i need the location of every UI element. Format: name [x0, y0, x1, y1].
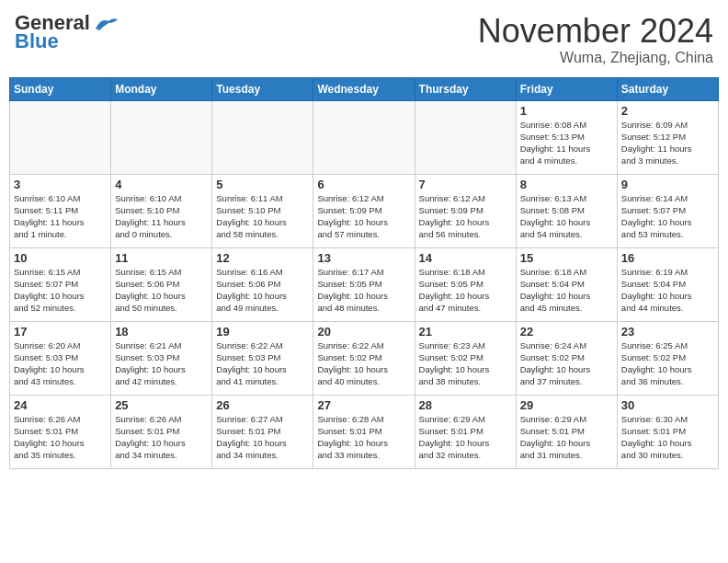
weekday-header-monday: Monday: [111, 77, 212, 100]
day-number: 25: [115, 398, 208, 412]
calendar-week-1: 1Sunrise: 6:08 AM Sunset: 5:13 PM Daylig…: [10, 100, 719, 174]
calendar-cell: 20Sunrise: 6:22 AM Sunset: 5:02 PM Dayli…: [313, 321, 415, 395]
day-number: 28: [419, 398, 512, 412]
day-info: Sunrise: 6:26 AM Sunset: 5:01 PM Dayligh…: [14, 413, 107, 462]
location: Wuma, Zhejiang, China: [478, 50, 713, 66]
calendar-header-row: SundayMondayTuesdayWednesdayThursdayFrid…: [10, 77, 719, 100]
day-number: 4: [115, 178, 208, 191]
day-number: 19: [216, 325, 309, 339]
day-info: Sunrise: 6:30 AM Sunset: 5:01 PM Dayligh…: [621, 413, 714, 462]
day-info: Sunrise: 6:28 AM Sunset: 5:01 PM Dayligh…: [317, 413, 410, 462]
calendar-cell: 15Sunrise: 6:18 AM Sunset: 5:04 PM Dayli…: [516, 247, 617, 321]
weekday-header-wednesday: Wednesday: [313, 77, 415, 100]
day-number: 7: [419, 178, 512, 191]
day-info: Sunrise: 6:10 AM Sunset: 5:11 PM Dayligh…: [14, 192, 107, 241]
day-info: Sunrise: 6:25 AM Sunset: 5:02 PM Dayligh…: [621, 339, 714, 388]
calendar-cell: [212, 100, 313, 174]
day-number: 23: [621, 325, 714, 339]
calendar-cell: [10, 100, 111, 174]
day-info: Sunrise: 6:11 AM Sunset: 5:10 PM Dayligh…: [216, 192, 309, 241]
day-info: Sunrise: 6:12 AM Sunset: 5:09 PM Dayligh…: [419, 192, 512, 241]
day-info: Sunrise: 6:10 AM Sunset: 5:10 PM Dayligh…: [115, 192, 208, 241]
calendar-cell: 8Sunrise: 6:13 AM Sunset: 5:08 PM Daylig…: [516, 174, 617, 247]
calendar-table: SundayMondayTuesdayWednesdayThursdayFrid…: [9, 77, 719, 469]
day-number: 2: [621, 104, 714, 118]
calendar-cell: 30Sunrise: 6:30 AM Sunset: 5:01 PM Dayli…: [617, 395, 718, 468]
day-number: 14: [419, 251, 512, 265]
weekday-header-saturday: Saturday: [617, 77, 718, 100]
calendar-cell: 25Sunrise: 6:26 AM Sunset: 5:01 PM Dayli…: [111, 395, 212, 468]
calendar-cell: 22Sunrise: 6:24 AM Sunset: 5:02 PM Dayli…: [516, 321, 617, 395]
day-number: 13: [317, 251, 410, 265]
calendar-cell: 24Sunrise: 6:26 AM Sunset: 5:01 PM Dayli…: [10, 395, 111, 468]
calendar-cell: 18Sunrise: 6:21 AM Sunset: 5:03 PM Dayli…: [111, 321, 212, 395]
day-number: 6: [317, 178, 410, 191]
day-info: Sunrise: 6:13 AM Sunset: 5:08 PM Dayligh…: [520, 192, 613, 241]
day-info: Sunrise: 6:20 AM Sunset: 5:03 PM Dayligh…: [14, 339, 107, 388]
logo-bird-icon: [94, 16, 119, 32]
day-info: Sunrise: 6:14 AM Sunset: 5:07 PM Dayligh…: [621, 192, 714, 241]
day-number: 20: [317, 325, 410, 339]
day-number: 1: [520, 104, 613, 118]
title-area: November 2024 Wuma, Zhejiang, China: [478, 13, 713, 66]
day-number: 10: [14, 251, 107, 265]
day-number: 27: [317, 398, 410, 412]
weekday-header-friday: Friday: [516, 77, 617, 100]
day-number: 21: [419, 325, 512, 339]
calendar-cell: 7Sunrise: 6:12 AM Sunset: 5:09 PM Daylig…: [415, 174, 516, 247]
month-title: November 2024: [478, 13, 713, 50]
calendar-cell: 26Sunrise: 6:27 AM Sunset: 5:01 PM Dayli…: [212, 395, 313, 468]
day-number: 16: [621, 251, 714, 265]
day-number: 11: [115, 251, 208, 265]
page-header: General Blue November 2024 Wuma, Zhejian…: [9, 9, 719, 70]
day-number: 29: [520, 398, 613, 412]
calendar-cell: 21Sunrise: 6:23 AM Sunset: 5:02 PM Dayli…: [415, 321, 516, 395]
day-info: Sunrise: 6:18 AM Sunset: 5:04 PM Dayligh…: [520, 266, 613, 315]
day-number: 26: [216, 398, 309, 412]
day-info: Sunrise: 6:29 AM Sunset: 5:01 PM Dayligh…: [520, 413, 613, 462]
day-info: Sunrise: 6:22 AM Sunset: 5:02 PM Dayligh…: [317, 339, 410, 388]
day-info: Sunrise: 6:27 AM Sunset: 5:01 PM Dayligh…: [216, 413, 309, 462]
day-info: Sunrise: 6:12 AM Sunset: 5:09 PM Dayligh…: [317, 192, 410, 241]
calendar-cell: [111, 100, 212, 174]
calendar-cell: [313, 100, 415, 174]
day-number: 9: [621, 178, 714, 191]
calendar-week-4: 17Sunrise: 6:20 AM Sunset: 5:03 PM Dayli…: [10, 321, 719, 395]
day-number: 12: [216, 251, 309, 265]
day-info: Sunrise: 6:22 AM Sunset: 5:03 PM Dayligh…: [216, 339, 309, 388]
weekday-header-thursday: Thursday: [415, 77, 516, 100]
calendar-week-2: 3Sunrise: 6:10 AM Sunset: 5:11 PM Daylig…: [10, 174, 719, 247]
calendar-cell: 3Sunrise: 6:10 AM Sunset: 5:11 PM Daylig…: [10, 174, 111, 247]
calendar-week-5: 24Sunrise: 6:26 AM Sunset: 5:01 PM Dayli…: [10, 395, 719, 468]
logo: General Blue: [15, 13, 119, 53]
calendar-cell: 14Sunrise: 6:18 AM Sunset: 5:05 PM Dayli…: [415, 247, 516, 321]
day-info: Sunrise: 6:26 AM Sunset: 5:01 PM Dayligh…: [115, 413, 208, 462]
day-number: 17: [14, 325, 107, 339]
calendar-cell: 6Sunrise: 6:12 AM Sunset: 5:09 PM Daylig…: [313, 174, 415, 247]
day-info: Sunrise: 6:29 AM Sunset: 5:01 PM Dayligh…: [419, 413, 512, 462]
logo-blue: Blue: [15, 29, 59, 53]
calendar-cell: 27Sunrise: 6:28 AM Sunset: 5:01 PM Dayli…: [313, 395, 415, 468]
day-number: 30: [621, 398, 714, 412]
day-info: Sunrise: 6:09 AM Sunset: 5:12 PM Dayligh…: [621, 119, 714, 167]
day-info: Sunrise: 6:18 AM Sunset: 5:05 PM Dayligh…: [419, 266, 512, 315]
day-info: Sunrise: 6:23 AM Sunset: 5:02 PM Dayligh…: [419, 339, 512, 388]
day-info: Sunrise: 6:16 AM Sunset: 5:06 PM Dayligh…: [216, 266, 309, 315]
day-info: Sunrise: 6:15 AM Sunset: 5:07 PM Dayligh…: [14, 266, 107, 315]
day-number: 15: [520, 251, 613, 265]
day-info: Sunrise: 6:15 AM Sunset: 5:06 PM Dayligh…: [115, 266, 208, 315]
calendar-cell: 4Sunrise: 6:10 AM Sunset: 5:10 PM Daylig…: [111, 174, 212, 247]
day-number: 24: [14, 398, 107, 412]
calendar-week-3: 10Sunrise: 6:15 AM Sunset: 5:07 PM Dayli…: [10, 247, 719, 321]
day-number: 18: [115, 325, 208, 339]
day-number: 3: [14, 178, 107, 191]
calendar-cell: 5Sunrise: 6:11 AM Sunset: 5:10 PM Daylig…: [212, 174, 313, 247]
weekday-header-sunday: Sunday: [10, 77, 111, 100]
calendar-cell: 12Sunrise: 6:16 AM Sunset: 5:06 PM Dayli…: [212, 247, 313, 321]
day-info: Sunrise: 6:24 AM Sunset: 5:02 PM Dayligh…: [520, 339, 613, 388]
calendar-cell: 13Sunrise: 6:17 AM Sunset: 5:05 PM Dayli…: [313, 247, 415, 321]
calendar-cell: [415, 100, 516, 174]
calendar-cell: 28Sunrise: 6:29 AM Sunset: 5:01 PM Dayli…: [415, 395, 516, 468]
calendar-cell: 17Sunrise: 6:20 AM Sunset: 5:03 PM Dayli…: [10, 321, 111, 395]
day-info: Sunrise: 6:08 AM Sunset: 5:13 PM Dayligh…: [520, 119, 613, 167]
